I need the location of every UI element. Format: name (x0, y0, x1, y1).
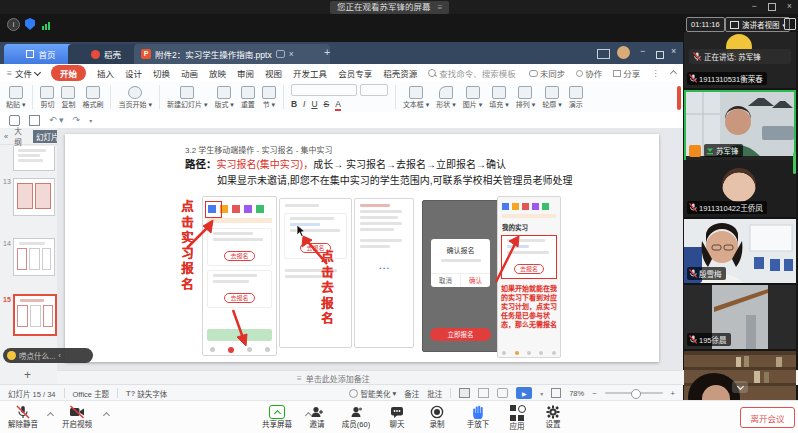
command-search-input[interactable]: 查找命令、搜索模板 (428, 67, 516, 79)
share-screen-button[interactable]: 共享屏幕 (262, 405, 292, 429)
collapse-panel-icon[interactable]: « (4, 132, 8, 141)
menu-docer-res[interactable]: 稻壳资源 (383, 67, 417, 79)
collapse-videos-icon[interactable] (732, 381, 748, 393)
members-button[interactable]: 成员(60) (336, 405, 376, 429)
restore-icon[interactable] (768, 3, 776, 11)
collapse-bubble-icon[interactable]: ‹ (58, 351, 61, 360)
account-avatar[interactable] (617, 46, 630, 59)
participant-tile[interactable]: 1911310422王侨凤 (684, 160, 796, 217)
copy-button[interactable]: 复制 (61, 86, 75, 108)
invite-button[interactable]: 邀请 (300, 405, 334, 429)
tab-docer[interactable]: 稻壳 (68, 44, 144, 64)
underline-button[interactable]: U (311, 99, 317, 111)
strikethrough-button[interactable]: S (324, 99, 330, 111)
zoom-slider[interactable] (605, 392, 663, 394)
menu-view[interactable]: 视图 (265, 67, 282, 79)
quickbar-dropdown-icon[interactable]: ▾ (89, 117, 92, 124)
cut-button[interactable]: 剪切 (40, 86, 54, 108)
menu-transition[interactable]: 切换 (153, 67, 170, 79)
close-icon[interactable]: × (787, 1, 792, 12)
reset-button[interactable]: 重置 (241, 86, 255, 108)
play-from-current-button[interactable]: 当页开始 ▾ (118, 86, 151, 108)
italic-button[interactable]: I (303, 99, 305, 111)
format-painter-button[interactable]: 格式刷 (82, 86, 103, 108)
save-icon[interactable] (9, 115, 20, 126)
slide-canvas[interactable]: 3.2 学生移动端操作 - 实习报名 - 集中实习 路径：实习报名(集中实习)，… (65, 134, 659, 362)
wps-minimize-icon[interactable]: − (640, 46, 645, 56)
new-tab-icon[interactable]: + (324, 46, 330, 58)
start-video-button[interactable]: 开启视频 (62, 405, 92, 429)
share-button[interactable]: 分享 (613, 67, 640, 79)
font-size-select[interactable] (360, 84, 388, 96)
participant-tile[interactable]: 殷雪梅 (684, 219, 796, 283)
section-button[interactable]: 节 ▾ (262, 86, 276, 108)
reading-view-icon[interactable] (497, 388, 508, 398)
comments-toggle[interactable]: 批注 (427, 388, 442, 399)
shape-button[interactable]: 形状 ▾ (436, 86, 455, 108)
encryption-shield-icon[interactable] (25, 18, 35, 30)
menu-review[interactable]: 审阅 (237, 67, 254, 79)
paste-button[interactable]: 粘贴 ▾ (6, 86, 25, 108)
slide-thumbnail[interactable] (13, 238, 55, 276)
normal-view-icon[interactable] (459, 388, 470, 398)
menu-animation[interactable]: 动画 (181, 67, 198, 79)
picture-button[interactable]: 图片 ▾ (463, 86, 482, 108)
zoom-out-icon[interactable]: − (592, 389, 596, 398)
fill-button[interactable]: 填充 ▾ (489, 86, 508, 108)
tab-wps-home[interactable]: 首页 (4, 44, 78, 64)
sidebar-scrollbar[interactable] (793, 152, 796, 174)
apps-button[interactable]: 应用 (501, 405, 533, 431)
unmute-button[interactable]: 解除静音 (8, 405, 38, 429)
participant-tile[interactable]: 正在讲话: 苏军锋 1911310531衡荣春 (684, 32, 796, 88)
notes-toggle[interactable]: 备注 (404, 388, 419, 399)
arrange-button[interactable]: 排列 ▾ (516, 86, 535, 108)
hand-down-button[interactable]: 手放下 (459, 405, 497, 429)
menu-design[interactable]: 设计 (125, 67, 142, 79)
new-slide-plus-icon[interactable]: + (24, 368, 31, 382)
fit-slide-icon[interactable] (551, 388, 561, 398)
missing-font-warning[interactable]: T?缺失字体 (126, 388, 167, 399)
redo-icon[interactable]: ↷ (73, 115, 81, 125)
menu-start[interactable]: 开始 (51, 65, 86, 81)
play-slideshow-button[interactable]: ▶ (516, 387, 532, 399)
chat-bubble-placeholder[interactable]: 唠点什么... (19, 350, 55, 361)
window-switch-icon[interactable] (597, 49, 610, 59)
settings-button[interactable]: 设置 (537, 405, 569, 429)
bold-button[interactable]: B (291, 99, 297, 111)
outline-button[interactable]: 轮廓 ▾ (542, 86, 561, 108)
zoom-in-icon[interactable]: + (671, 389, 675, 398)
collaborate-button[interactable]: 协作 (576, 67, 602, 79)
chat-button[interactable]: 聊天 (380, 405, 414, 429)
participant-tile[interactable] (684, 351, 796, 400)
ribbon-scrollbar[interactable] (677, 86, 681, 110)
record-button[interactable]: 录制 (421, 405, 453, 429)
menu-slideshow[interactable]: 放映 (209, 67, 226, 79)
network-signal-icon[interactable] (42, 22, 50, 30)
close-document-icon[interactable]: × (289, 49, 294, 59)
comment-bubble-icon[interactable] (276, 50, 285, 58)
sorter-view-icon[interactable] (478, 388, 489, 398)
slide-thumbnail-selected[interactable] (13, 294, 57, 336)
mic-options-chevron[interactable] (47, 412, 54, 419)
slide-layout-button[interactable]: 版式 ▾ (214, 86, 233, 108)
menu-devtools[interactable]: 开发工具 (293, 67, 327, 79)
beautify-button[interactable]: 智能美化 ▾ (349, 388, 396, 399)
zoom-level[interactable]: 78% (569, 389, 584, 398)
participant-tile-active-speaker[interactable]: 苏军锋 (684, 90, 796, 162)
slide-thumbnail[interactable] (13, 178, 55, 216)
tab-document[interactable]: P 附件2：实习学生操作指南.pptx × (134, 44, 330, 64)
wps-restore-icon[interactable] (656, 51, 664, 59)
view-mode-button[interactable]: 演讲者视图▾ (725, 17, 790, 32)
tab-slides[interactable]: 幻灯片 (33, 130, 57, 143)
export-icon[interactable] (29, 115, 40, 126)
banner-menu-icon[interactable]: ≡ (438, 1, 443, 14)
slide-thumbnail[interactable] (13, 146, 55, 171)
minimize-icon[interactable]: − (751, 1, 756, 12)
new-slide-button[interactable]: 新建幻灯片 ▾ (167, 86, 207, 108)
quick-chat-bubble[interactable]: 唠点什么... ‹ (3, 348, 93, 363)
wps-close-icon[interactable]: × (671, 46, 676, 56)
undo-icon[interactable]: ↶ ▾ (49, 115, 64, 125)
emoji-smiley-icon[interactable] (7, 351, 16, 360)
menu-insert[interactable]: 插入 (97, 67, 114, 79)
collapse-ribbon-icon[interactable] (670, 69, 677, 76)
